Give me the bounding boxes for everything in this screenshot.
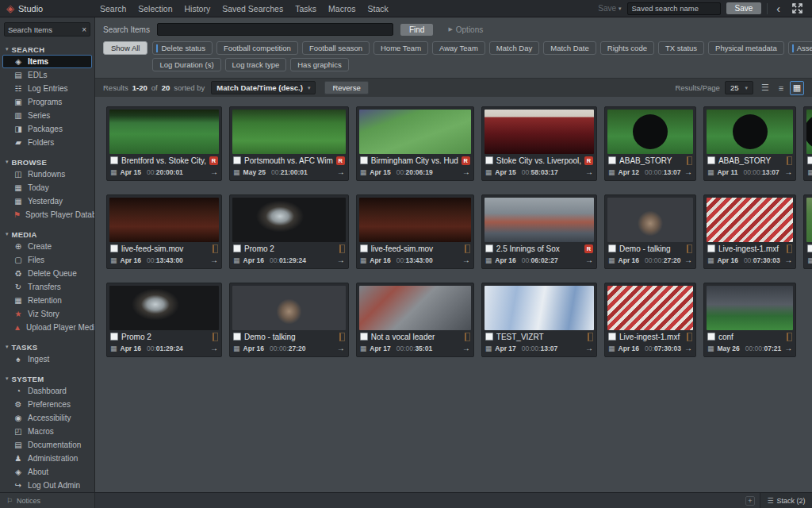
item-checkbox[interactable] [360,333,368,341]
stack-button[interactable]: ☰ Stack (2) [760,493,812,508]
video-thumbnail[interactable] [806,110,812,154]
topnav-item-macros[interactable]: Macros [328,4,355,13]
arrow-right-icon[interactable]: → [684,344,692,352]
result-card[interactable]: Promo 2 R ▦ Apr 16 00:01:29:24 → [106,283,222,357]
video-thumbnail[interactable] [607,110,693,154]
topnav-item-history[interactable]: History [184,4,210,13]
video-thumbnail[interactable] [232,286,346,330]
find-button[interactable]: Find [400,24,433,36]
sort-dropdown[interactable]: Match Date/Time (desc.) ▾ [211,81,316,94]
result-card[interactable]: ABAB_STORY R ▦ Apr 12 00:00:13:07 → [604,106,696,181]
video-thumbnail[interactable] [232,110,346,154]
video-thumbnail[interactable] [607,286,693,330]
item-checkbox[interactable] [807,156,812,164]
arrow-right-icon[interactable]: → [585,168,593,176]
item-checkbox[interactable] [707,333,715,341]
arrow-right-icon[interactable]: → [210,168,218,176]
video-thumbnail[interactable] [232,198,346,242]
result-card[interactable]: Demo - talking R ▦ Apr 16 00:00:27:20 → [604,194,696,269]
filter-chip-match-date[interactable]: Match Date [543,41,596,55]
sidebar-group-header[interactable]: ▾ BROWSE [0,156,94,167]
video-thumbnail[interactable] [109,198,219,242]
result-card[interactable]: Live-ingest-1.mxf R ▦ Apr 16 00:07:30:03… [604,283,696,357]
save-dropdown[interactable]: Save ▾ [598,4,621,13]
result-card[interactable]: Demo - talking R ▦ Apr 16 00:00:27:20 → [229,283,349,357]
item-checkbox[interactable] [807,244,812,252]
item-checkbox[interactable] [110,244,118,252]
video-thumbnail[interactable] [109,286,219,330]
reverse-button[interactable]: Reverse [324,81,368,94]
save-button[interactable]: Save [726,2,762,14]
sidebar-group-header[interactable]: ▾ SEARCH [0,44,94,55]
sidebar-item-log-out-admin[interactable]: ↪ Log Out Admin [2,479,92,492]
arrow-right-icon[interactable]: → [210,256,218,264]
item-checkbox[interactable] [608,244,616,252]
arrow-right-icon[interactable]: → [210,344,218,352]
filter-chip-match-day[interactable]: Match Day [489,41,539,55]
notices-button[interactable]: ⚐ Notices [0,493,95,508]
sidebar-item-transfers[interactable]: ↻ Transfers [2,280,92,294]
topnav-item-selection[interactable]: Selection [138,4,172,13]
result-card[interactable]: Live-ingest-1.mxf R ▦ Apr 16 00:07:30:03… [703,194,796,269]
sidebar-group-header[interactable]: ▾ MEDIA [0,229,94,240]
sidebar-item-today[interactable]: ▦ Today [2,181,92,194]
video-thumbnail[interactable] [607,198,693,242]
arrow-right-icon[interactable]: → [337,344,345,352]
item-checkbox[interactable] [233,333,241,341]
filter-chip-football-competition[interactable]: Football competition [216,41,298,55]
arrow-right-icon[interactable]: → [462,256,470,264]
filter-chip-tx-status[interactable]: TX status [658,41,704,55]
search-input[interactable] [157,23,393,36]
filter-chip-football-season[interactable]: Football season [302,41,370,55]
topnav-item-stack[interactable]: Stack [368,4,389,13]
result-card[interactable]: 2.5 Innings of Sox R ▦ Apr 16 00:06:02:2… [481,194,597,269]
video-thumbnail[interactable] [806,198,812,242]
video-thumbnail[interactable] [109,110,219,154]
sidebar-item-sports-player-database[interactable]: ⚑ Sports Player Database [2,208,92,221]
sidebar-item-items[interactable]: ◈ Items [2,55,92,68]
sidebar-item-log-entries[interactable]: ☷ Log Entries [2,82,92,95]
result-card[interactable]: ABAB_STORY R ▦ Apr 11 00:00:13:07 → [703,106,796,181]
sidebar-item-ingest[interactable]: ♠ Ingest [2,352,92,366]
item-checkbox[interactable] [485,333,493,341]
result-card[interactable]: live-feed-sim.mov R ▦ Apr 16 00:13:43:00… [106,194,222,269]
fullscreen-icon[interactable] [789,3,806,13]
arrow-right-icon[interactable]: → [784,168,792,176]
item-checkbox[interactable] [608,156,616,164]
video-thumbnail[interactable] [485,286,594,330]
sidebar-item-viz-story[interactable]: ★ Viz Story [2,307,92,321]
arrow-right-icon[interactable]: → [337,256,345,264]
sidebar-item-dashboard[interactable]: ◔ Dashboard [2,384,92,398]
arrow-right-icon[interactable]: → [684,256,692,264]
result-card[interactable]: Yellow card scene R ▦ Apr 17 00:00:30:00… [803,194,812,269]
sidebar-item-about[interactable]: ◈ About [2,465,92,479]
video-thumbnail[interactable] [359,198,471,242]
sidebar-item-documentation[interactable]: ▤ Documentation [2,438,92,452]
video-thumbnail[interactable] [359,286,471,330]
collapse-panel-icon[interactable]: ‹ [773,3,783,14]
video-thumbnail[interactable] [707,110,793,154]
video-thumbnail[interactable] [485,110,594,154]
arrow-right-icon[interactable]: → [684,168,692,176]
item-checkbox[interactable] [485,156,493,164]
arrow-right-icon[interactable]: → [784,344,792,352]
sidebar-search-input[interactable] [8,25,79,34]
filter-chip-away-team[interactable]: Away Team [432,41,485,55]
sidebar-item-retention[interactable]: ▦ Retention [2,294,92,307]
item-checkbox[interactable] [707,156,715,164]
result-card[interactable]: Stoke City vs. Liverpool, R ▦ Apr 15 00:… [481,106,597,181]
arrow-right-icon[interactable]: → [585,256,593,264]
sidebar-item-series[interactable]: ▥ Series [2,109,92,122]
sidebar-item-macros[interactable]: ◰ Macros [2,425,92,438]
item-checkbox[interactable] [360,244,368,252]
video-thumbnail[interactable] [485,198,594,242]
item-checkbox[interactable] [110,333,118,341]
item-checkbox[interactable] [485,244,493,252]
item-checkbox[interactable] [707,244,715,252]
filter-chip-has-graphics[interactable]: Has graphics [290,58,348,71]
sidebar-item-delete-queue[interactable]: ♻ Delete Queue [2,267,92,280]
result-card[interactable]: conf R ▦ May 26 00:00:07:21 → [703,283,796,357]
filter-chip-asset-media-type[interactable]: Asset media type [788,41,812,55]
per-page-dropdown[interactable]: 25 ▾ [725,81,753,94]
sidebar-group-header[interactable]: ▾ TASKS [0,341,94,352]
